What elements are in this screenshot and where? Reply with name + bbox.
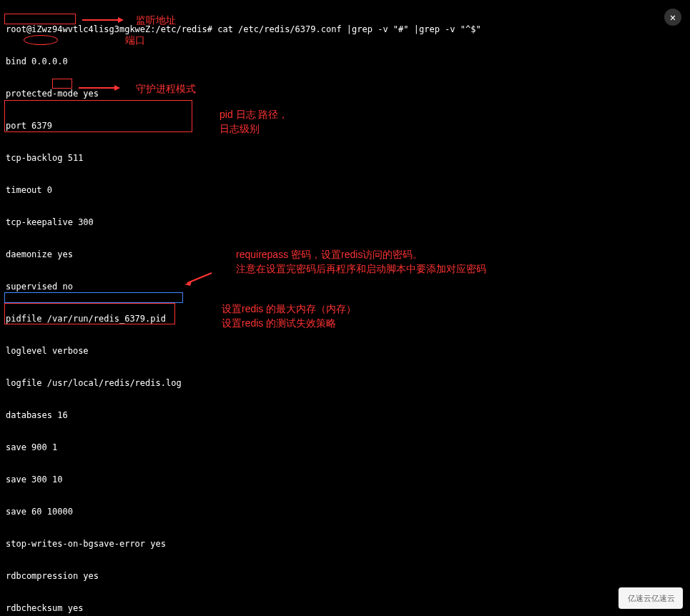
- annotation-maxmemory1: 设置redis 的最大内存（内存）: [222, 303, 356, 316]
- config-line: loglevel verbose: [6, 346, 684, 357]
- svg-line-4: [187, 273, 212, 283]
- arrow-icon: [82, 16, 125, 24]
- annotation-port: 端口: [125, 34, 145, 47]
- watermark-logo: 亿速云 亿速云: [618, 587, 683, 609]
- highlight-box-pidfile: [4, 100, 192, 132]
- annotation-pidfile1: pid 日志 路径，: [220, 109, 288, 121]
- config-line: save 900 1: [6, 442, 684, 453]
- config-line: rdbcompression yes: [6, 571, 684, 582]
- config-line: logfile /usr/local/redis/redis.log: [6, 378, 684, 389]
- annotation-daemonize: 守护进程模式: [136, 83, 196, 96]
- annotation-pidfile2: 日志级别: [220, 123, 260, 136]
- config-line: save 300 10: [6, 475, 684, 485]
- close-button[interactable]: ✕: [664, 9, 681, 26]
- arrow-icon: [184, 272, 213, 286]
- svg-marker-1: [118, 17, 124, 23]
- config-line: timeout 0: [6, 185, 684, 196]
- prompt-line: root@iZwz94wvtlc4lisg3mgkweZ:/etc/redis#…: [6, 24, 684, 35]
- arrow-icon: [79, 84, 122, 92]
- annotation-maxmemory2: 设置redis 的测试失效策略: [222, 317, 336, 330]
- watermark-text: 亿速云: [628, 593, 651, 604]
- config-line: bind 0.0.0.0: [6, 56, 684, 67]
- config-line: databases 16: [6, 410, 684, 421]
- config-line: tcp-keepalive 300: [6, 217, 684, 228]
- config-line: save 60 10000: [6, 507, 684, 517]
- highlight-box-requirepass: [4, 292, 183, 303]
- config-line: supervised no: [6, 282, 684, 292]
- highlight-box-maxmemory: [4, 303, 175, 324]
- svg-marker-3: [114, 85, 120, 91]
- config-line: rdbchecksum yes: [6, 603, 684, 614]
- close-icon: ✕: [670, 11, 676, 23]
- highlight-box-bind: [4, 14, 76, 24]
- config-line: tcp-backlog 511: [6, 153, 684, 164]
- annotation-requirepass1: requirepass 密码，设置redis访问的密码。: [236, 249, 423, 262]
- annotation-requirepass2: 注意在设置完密码后再程序和启动脚本中要添加对应密码: [236, 263, 486, 276]
- highlight-box-daemonize-yes: [52, 79, 72, 89]
- highlight-ellipse-port: [24, 35, 58, 45]
- config-line: stop-writes-on-bgsave-error yes: [6, 539, 684, 550]
- annotation-bind: 监听地址: [136, 14, 176, 27]
